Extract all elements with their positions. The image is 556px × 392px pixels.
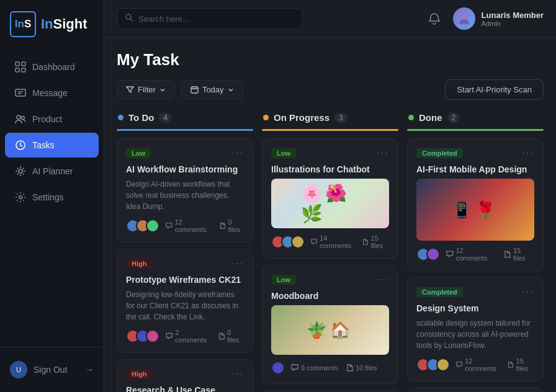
svg-point-5	[17, 115, 20, 119]
notification-button[interactable]	[424, 9, 444, 29]
card-menu-button[interactable]: ···	[232, 258, 244, 269]
page-title: My Task	[117, 50, 544, 69]
user-small-avatar: U	[10, 361, 27, 378]
card-desc: Designing low-fidelity wireframes for ou…	[126, 289, 244, 323]
col-status-dot	[408, 115, 414, 120]
card-avatars	[416, 247, 436, 261]
sidebar-item-ai-planner[interactable]: AI Planner	[5, 159, 99, 184]
card-comments: 12 comments	[456, 357, 500, 372]
today-button[interactable]: Today	[181, 80, 243, 99]
card-title: AI-First Mobile App Design	[416, 164, 534, 175]
svg-rect-2	[16, 68, 19, 72]
card-comments: 2 comments	[166, 329, 210, 344]
col-header-done: Done2	[407, 112, 544, 123]
card-menu-button[interactable]: ···	[377, 274, 389, 285]
card-title: Moodboard	[271, 290, 389, 301]
sidebar-item-tasks[interactable]: Tasks	[5, 133, 99, 158]
task-card[interactable]: Completed···Design System	[407, 388, 544, 392]
svg-line-11	[131, 19, 133, 22]
col-line	[407, 129, 544, 131]
task-card[interactable]: Low···AI Workflow BrainstormingDesign AI…	[117, 138, 253, 243]
sidebar-item-product[interactable]: Product	[5, 107, 99, 131]
svg-rect-3	[22, 68, 25, 72]
sidebar-bottom: U Sign Out →	[0, 347, 104, 392]
col-header-todo: To Do4	[117, 112, 253, 123]
card-desc: scalable design system tailored for cons…	[416, 318, 534, 351]
search-input[interactable]	[138, 14, 295, 24]
sidebar-item-dashboard[interactable]: Dashboard	[5, 55, 99, 79]
card-footer: 14 comments 15 files	[271, 234, 389, 249]
user-text: Lunaris Member Admin	[482, 11, 544, 27]
ai-scan-button[interactable]: Start AI-Priority Scan	[445, 79, 544, 100]
kanban-col-done: Done2Completed···AI-First Mobile App Des…	[407, 112, 544, 392]
search-icon	[125, 13, 133, 24]
card-top: Low···	[126, 148, 244, 159]
task-card[interactable]: High···Research & Use Case Analy...Analy…	[117, 359, 253, 392]
svg-rect-1	[22, 62, 25, 66]
card-files: 0 files	[218, 329, 244, 344]
card-badge: High	[126, 369, 152, 379]
card-menu-button[interactable]: ···	[232, 368, 244, 380]
card-menu-button[interactable]: ···	[232, 148, 244, 159]
card-image	[271, 305, 389, 355]
card-footer: 2 comments 0 files	[126, 329, 244, 344]
card-image	[271, 179, 389, 228]
col-count: 3	[334, 113, 348, 123]
card-title: Prototype Wireframes CK21	[126, 274, 244, 285]
card-footer: 12 comments 0 files	[126, 218, 244, 233]
header-right: Lunaris Member Admin	[424, 7, 544, 30]
col-line	[262, 129, 398, 131]
task-card[interactable]: High···Prototype Wireframes CK21Designin…	[117, 249, 253, 353]
card-top: Completed···	[416, 148, 534, 159]
sidebar-item-settings[interactable]: Settings	[5, 185, 99, 210]
card-top: Low···	[271, 274, 389, 285]
avatar	[291, 235, 305, 249]
task-card[interactable]: Completed···Design Systemscalable design…	[407, 277, 544, 381]
card-comments: 14 comments	[311, 234, 354, 249]
card-avatars	[126, 219, 156, 233]
svg-point-12	[462, 14, 467, 19]
sign-out-label: Sign Out	[34, 365, 67, 375]
svg-point-8	[19, 169, 22, 173]
task-card[interactable]: Low···Illustrations for Chatbot 14 comme…	[262, 138, 398, 259]
col-title: To Do	[128, 112, 154, 123]
svg-point-9	[19, 196, 22, 199]
card-badge: Low	[271, 275, 296, 285]
sidebar-item-label: Settings	[32, 192, 64, 202]
card-desc: Design AI-driven workflows that solve re…	[126, 179, 244, 212]
card-top: High···	[126, 368, 244, 380]
arrow-right-icon: →	[85, 365, 94, 375]
sign-out-item[interactable]: U Sign Out →	[5, 355, 99, 385]
users-icon	[15, 114, 26, 125]
logo-box: InS	[10, 11, 36, 37]
filter-label: Filter	[138, 85, 156, 94]
task-card[interactable]: Low···Moodboard 9 comments 10 files	[262, 265, 398, 384]
sidebar-item-message[interactable]: Message	[5, 81, 99, 105]
user-info[interactable]: Lunaris Member Admin	[453, 7, 544, 30]
sidebar-item-label: AI Planner	[32, 166, 73, 176]
toolbar: Filter Today Start AI-Priority Scan	[117, 79, 544, 100]
card-menu-button[interactable]: ···	[522, 148, 534, 159]
card-comments: 9 comments	[291, 364, 338, 372]
task-card[interactable]: Completed···AI-First Mobile App Design 1…	[407, 138, 544, 271]
card-avatars	[271, 361, 281, 375]
card-menu-button[interactable]: ···	[377, 148, 389, 159]
svg-rect-0	[16, 62, 19, 66]
filter-button[interactable]: Filter	[117, 80, 175, 99]
card-title: AI Workflow Brainstorming	[126, 164, 244, 175]
user-name: Lunaris Member	[482, 11, 544, 20]
card-menu-button[interactable]: ···	[522, 287, 534, 298]
card-badge: High	[126, 259, 152, 269]
card-avatars	[126, 329, 156, 343]
card-files: 0 files	[219, 218, 244, 233]
sidebar-nav: Dashboard Message Product	[0, 48, 104, 347]
user-avatar	[453, 7, 475, 30]
col-status-dot	[263, 115, 269, 120]
avatar	[436, 358, 450, 372]
logo-area: InS InSight	[0, 0, 104, 48]
svg-rect-4	[16, 89, 25, 96]
card-footer: 9 comments 10 files	[271, 361, 389, 375]
col-header-on-progress: On Progress3	[262, 112, 398, 123]
search-bar[interactable]	[117, 8, 303, 29]
card-top: Low···	[271, 148, 389, 159]
